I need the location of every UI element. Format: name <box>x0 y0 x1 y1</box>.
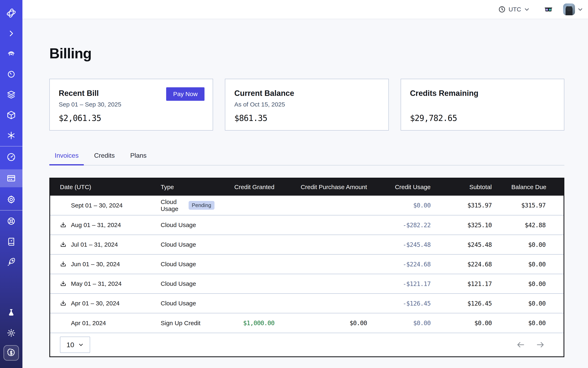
table-row: Apr 01 – 30, 2024 Cloud Usage -$126.45 $… <box>50 294 563 313</box>
recent-bill-card: Recent Bill Sep 01 – Sep 30, 2025 $2,061… <box>49 79 213 130</box>
sidebar-item-history[interactable] <box>0 66 22 83</box>
sidebar-item-support[interactable] <box>0 213 22 229</box>
summary-cards: Recent Bill Sep 01 – Sep 30, 2025 $2,061… <box>49 79 564 130</box>
table-row: Sept 01 – 30, 2024 Cloud Usage Pending $… <box>50 196 563 215</box>
download-icon <box>60 261 66 267</box>
sun-icon <box>7 328 16 337</box>
invoice-date: Apr 01 – 30, 2024 <box>71 300 120 307</box>
download-invoice-button[interactable] <box>60 241 66 248</box>
balance-as-of: As of Oct 15, 2025 <box>234 101 379 108</box>
invoice-type: Cloud Usage <box>161 261 196 268</box>
billing-tabs: Invoices Credits Plans <box>49 148 564 166</box>
avatar[interactable] <box>563 3 575 15</box>
page-size-select[interactable]: 10 <box>60 337 90 353</box>
account-menu[interactable] <box>563 3 583 15</box>
arrow-left-icon <box>516 340 525 349</box>
sidebar-item-labs[interactable] <box>0 304 22 321</box>
download-icon <box>60 241 66 248</box>
chevron-down-icon <box>524 7 530 12</box>
column-header-date: Date (UTC) <box>50 178 151 196</box>
credit-purchase-value <box>284 254 377 274</box>
logo[interactable] <box>0 5 22 21</box>
download-icon <box>60 222 66 228</box>
sidebar-item-settings[interactable] <box>0 191 22 208</box>
arrow-right-icon <box>536 340 545 349</box>
sidebar-item-observe[interactable] <box>0 46 22 62</box>
card-title: Current Balance <box>234 89 379 98</box>
gauge-icon <box>7 152 16 162</box>
balance-due-value: $0.00 <box>502 254 563 274</box>
sidebar-item-packages[interactable] <box>0 107 22 123</box>
clock-icon <box>498 6 506 13</box>
table-row: Apr 01, 2024 Sign Up Credit $1,000.00 $0… <box>50 313 563 333</box>
invoice-date: May 01 – 31, 2024 <box>71 280 122 287</box>
balance-due-value: $0.00 <box>502 313 563 333</box>
page-size-value: 10 <box>66 341 74 349</box>
download-icon <box>60 300 66 307</box>
invoices-table: Date (UTC) Type Credit Granted Credit Pu… <box>49 178 564 357</box>
vision-icon <box>7 49 16 58</box>
current-balance-amount: $861.35 <box>234 113 267 123</box>
timezone-label: UTC <box>508 6 521 13</box>
sidebar-item-credits-offer[interactable] <box>3 345 19 361</box>
billing-page: Billing Recent Bill Sep 01 – Sep 30, 202… <box>22 19 588 368</box>
recent-bill-amount: $2,061.35 <box>59 113 101 123</box>
sidebar-item-launch[interactable] <box>0 254 22 270</box>
main-column: UTC Billing <box>22 0 588 368</box>
credit-usage-value: $0.00 <box>377 196 440 215</box>
sidebar-item-metrics[interactable] <box>0 149 22 165</box>
tab-invoices[interactable]: Invoices <box>49 148 84 166</box>
invoice-table-header: Date (UTC) Type Credit Granted Credit Pu… <box>50 178 563 196</box>
wheel-icon <box>7 216 16 226</box>
3d-glasses-icon <box>543 4 553 14</box>
table-pagination: 10 <box>50 333 563 356</box>
credit-purchase-value <box>284 274 377 294</box>
sidebar-item-docs[interactable] <box>0 233 22 250</box>
subtotal-value: $245.48 <box>440 235 502 254</box>
column-header-subtotal: Subtotal <box>440 178 502 196</box>
download-invoice-button[interactable] <box>60 222 66 228</box>
chevron-right-icon <box>7 29 15 37</box>
credit-usage-value: -$224.68 <box>377 254 440 274</box>
credits-remaining-amount: $29,782.65 <box>410 113 457 123</box>
credit-purchase-value <box>284 196 377 215</box>
invoice-date: Aug 01 – 31, 2024 <box>71 221 121 229</box>
sidebar-item-layers[interactable] <box>0 86 22 103</box>
gear-icon <box>7 195 16 204</box>
sidebar-item-services[interactable] <box>0 127 22 144</box>
credit-usage-value: $0.00 <box>377 313 440 333</box>
table-row: Aug 01 – 31, 2024 Cloud Usage -$282.22 $… <box>50 215 563 235</box>
sidebar-item-billing[interactable] <box>0 169 22 187</box>
tab-credits[interactable]: Credits <box>89 148 120 166</box>
billing-card-icon <box>7 174 16 183</box>
sidebar-item-theme[interactable] <box>0 325 22 341</box>
credit-purchase-value: $0.00 <box>284 313 377 333</box>
collapse-sidebar-button[interactable] <box>0 25 22 42</box>
column-header-credit-usage: Credit Usage <box>377 178 440 196</box>
download-invoice-button[interactable] <box>60 261 66 267</box>
credit-usage-value: -$126.45 <box>377 294 440 313</box>
credit-granted-value: $1,000.00 <box>224 313 284 333</box>
card-title: Credits Remaining <box>410 89 555 98</box>
next-page-button[interactable] <box>536 340 545 349</box>
subtotal-value: $126.45 <box>440 294 502 313</box>
column-header-credit-purchase-amount: Credit Purchase Amount <box>284 178 377 196</box>
subtotal-value: $315.97 <box>440 196 502 215</box>
credit-granted-value <box>224 235 284 254</box>
invoice-table-body: Sept 01 – 30, 2024 Cloud Usage Pending $… <box>50 196 563 333</box>
download-icon <box>60 280 66 287</box>
pay-now-button[interactable]: Pay Now <box>166 87 205 101</box>
subtotal-value: $325.10 <box>440 215 502 235</box>
previous-page-button[interactable] <box>516 340 525 349</box>
invoice-type: Cloud Usage <box>161 241 196 248</box>
credits-remaining-card: Credits Remaining $29,782.65 <box>401 79 564 130</box>
view-mode-button[interactable] <box>540 3 557 16</box>
timezone-picker[interactable]: UTC <box>496 4 532 15</box>
download-invoice-button[interactable] <box>60 300 66 307</box>
invoice-type: Cloud Usage <box>161 221 196 229</box>
download-invoice-button[interactable] <box>60 280 66 287</box>
credit-usage-value: -$245.48 <box>377 235 440 254</box>
column-header-credit-granted: Credit Granted <box>224 178 284 196</box>
tab-plans[interactable]: Plans <box>125 148 152 166</box>
flask-icon <box>7 308 16 317</box>
